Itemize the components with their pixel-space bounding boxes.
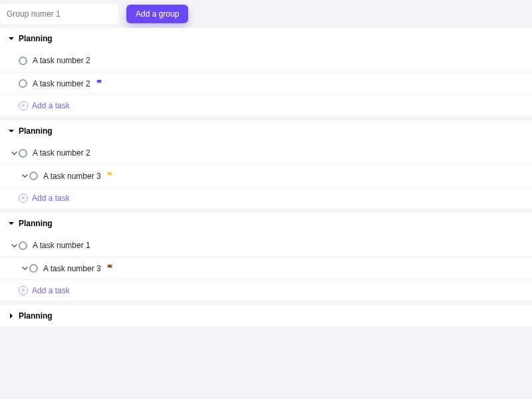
task-label: A task number 1 xyxy=(33,241,90,250)
group-header[interactable]: Planning xyxy=(0,28,532,49)
topbar: Add a group xyxy=(0,0,532,28)
task-radio[interactable] xyxy=(29,264,38,273)
chevron-down-icon[interactable] xyxy=(11,242,17,249)
flag-icon xyxy=(106,172,115,180)
group-caret-icon xyxy=(8,313,15,319)
group-title: Planning xyxy=(19,311,53,321)
subtask-row[interactable]: A task number 3 xyxy=(0,164,532,187)
chevron-down-icon[interactable] xyxy=(21,265,28,272)
task-list: A task number 2 A task number 3 xyxy=(0,142,532,187)
flag-icon xyxy=(96,79,104,88)
task-radio[interactable] xyxy=(19,57,27,65)
task-row[interactable]: A task number 2 xyxy=(0,49,532,72)
task-list: A task number 1 A task number 3 xyxy=(0,234,532,279)
task-radio[interactable] xyxy=(19,79,27,88)
group: Planning A task number 1 A task number 3… xyxy=(0,213,532,301)
task-radio[interactable] xyxy=(19,241,27,250)
task-row[interactable]: A task number 1 xyxy=(0,234,532,257)
group-title: Planning xyxy=(19,34,53,43)
group: Planning A task number 2 A task number 3… xyxy=(0,120,532,208)
chevron-down-icon[interactable] xyxy=(21,173,28,180)
group-header[interactable]: Planning xyxy=(0,305,532,327)
task-list: A task number 2 A task number 2 xyxy=(0,49,532,94)
task-radio[interactable] xyxy=(29,172,38,180)
add-task-label: Add a task xyxy=(32,286,70,295)
add-task-label: Add a task xyxy=(32,194,70,203)
groups-container: Planning A task number 2 A task number 2… xyxy=(0,28,532,327)
add-task-label: Add a task xyxy=(32,101,70,110)
task-row[interactable]: A task number 2 xyxy=(0,142,532,164)
task-label: A task number 3 xyxy=(43,172,101,181)
plus-circle-icon: + xyxy=(19,101,28,110)
task-radio[interactable] xyxy=(19,149,27,158)
task-label: A task number 2 xyxy=(33,79,90,88)
group: Planning + Add a task xyxy=(0,305,532,327)
subtask-row[interactable]: A task number 3 xyxy=(0,257,532,279)
plus-circle-icon: + xyxy=(19,194,28,203)
task-row[interactable]: A task number 2 xyxy=(0,72,532,94)
group-name-input[interactable] xyxy=(0,4,118,24)
add-group-button[interactable]: Add a group xyxy=(126,5,188,23)
add-task-row[interactable]: + Add a task xyxy=(0,187,532,208)
group-header[interactable]: Planning xyxy=(0,213,532,234)
group: Planning A task number 2 A task number 2… xyxy=(0,28,532,116)
flag-icon xyxy=(106,264,115,273)
plus-circle-icon: + xyxy=(19,286,28,295)
add-task-row[interactable]: + Add a task xyxy=(0,94,532,116)
task-label: A task number 2 xyxy=(33,148,90,158)
group-caret-icon xyxy=(8,220,15,227)
group-caret-icon xyxy=(8,35,15,42)
group-title: Planning xyxy=(19,219,53,228)
task-label: A task number 2 xyxy=(33,56,90,65)
group-caret-icon xyxy=(8,128,15,134)
group-header[interactable]: Planning xyxy=(0,120,532,142)
group-title: Planning xyxy=(19,126,53,136)
task-label: A task number 3 xyxy=(43,264,101,273)
chevron-down-icon[interactable] xyxy=(11,150,17,156)
add-task-row[interactable]: + Add a task xyxy=(0,279,532,301)
